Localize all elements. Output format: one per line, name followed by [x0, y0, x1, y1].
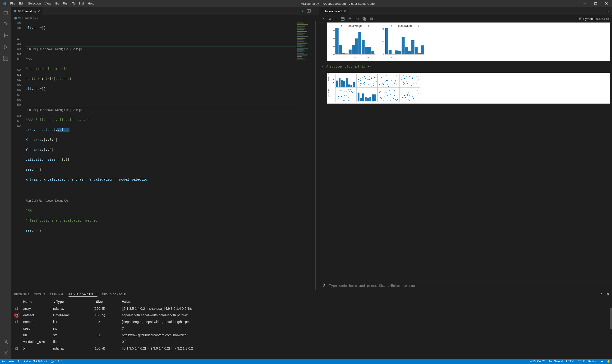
- code-input[interactable]: [329, 284, 609, 287]
- var-type: int: [53, 326, 86, 330]
- status-cursor[interactable]: Ln 53, Col 23: [527, 359, 547, 364]
- breadcrumb-more[interactable]: ...: [39, 16, 42, 20]
- activity-bar: [0, 7, 11, 359]
- svg-point-190: [355, 90, 355, 91]
- execute-icon[interactable]: [322, 283, 326, 288]
- activity-explorer-icon[interactable]: [0, 7, 11, 18]
- svg-point-128: [385, 81, 386, 82]
- col-header-name[interactable]: Name: [22, 300, 53, 304]
- table-row[interactable]: url str 68 https://raw.githubusercontent…: [11, 332, 612, 338]
- table-row[interactable]: X ndarray (150, 4) [[5.1 3.5 1.4 0.2] [4…: [11, 345, 612, 352]
- svg-point-199: [339, 93, 339, 94]
- svg-point-196: [347, 97, 348, 97]
- svg-text:sepal-length: sepal-length: [328, 73, 330, 81]
- more-actions-icon[interactable]: ···: [607, 10, 609, 13]
- col-header-type[interactable]: ▲Type: [53, 300, 86, 304]
- status-branch[interactable]: master: [0, 359, 16, 364]
- codelens-cell2[interactable]: Run Cell | Run Above | Debug Cell | Go t…: [26, 107, 296, 113]
- svg-point-206: [346, 91, 347, 91]
- maximize-button[interactable]: [590, 0, 601, 7]
- panel-scrollbar[interactable]: [610, 308, 612, 329]
- status-language[interactable]: Python: [587, 359, 599, 364]
- svg-rect-9: [6, 56, 8, 58]
- table-row[interactable]: dataset DataFrame (150, 5) sepal-length …: [11, 312, 612, 318]
- export-icon[interactable]: [355, 17, 359, 21]
- status-tabsize[interactable]: Tab Size: 4: [547, 359, 564, 364]
- svg-rect-177: [335, 88, 356, 102]
- menu-view[interactable]: View: [43, 0, 53, 7]
- kernel-selector[interactable]: Python 3.9.6 64-bit: [579, 17, 609, 21]
- popout-icon[interactable]: [14, 312, 19, 318]
- activity-search-icon[interactable]: [0, 18, 11, 30]
- collapse-icon[interactable]: [370, 17, 373, 21]
- svg-text:0: 0: [391, 56, 392, 59]
- svg-point-111: [368, 84, 369, 85]
- breadcrumbs[interactable]: ⬢ MLTutorial.py › ...: [11, 15, 319, 21]
- status-feedback-icon[interactable]: ☻: [599, 359, 605, 364]
- panel-tab-terminal[interactable]: TERMINAL: [50, 292, 64, 297]
- code-editor[interactable]: 45 46 47 48 49 50 51 52 53 54 55 56: [11, 21, 319, 290]
- activity-account-icon[interactable]: [0, 336, 11, 347]
- col-header-value[interactable]: Value: [112, 300, 612, 304]
- var-name: url: [22, 333, 53, 337]
- activity-extensions-icon[interactable]: [0, 52, 11, 64]
- table-row[interactable]: names list 5 ['sepal-length', 'sepal-wid…: [11, 318, 612, 325]
- panel-tab-debug-console[interactable]: DEBUG CONSOLE: [102, 292, 126, 297]
- status-encoding[interactable]: UTF-8: [565, 359, 576, 364]
- minimap[interactable]: [296, 21, 315, 290]
- svg-point-137: [395, 83, 395, 84]
- interrupt-icon[interactable]: □: [335, 17, 337, 21]
- col-header-size[interactable]: Size: [86, 300, 112, 304]
- panel-tab-problems[interactable]: PROBLEMS: [14, 292, 29, 297]
- status-notifications-icon[interactable]: 🔔: [605, 359, 612, 364]
- tab-close-icon[interactable]: ✕: [38, 10, 40, 13]
- menu-go[interactable]: Go: [53, 0, 61, 7]
- table-row[interactable]: seed int 7: [11, 325, 612, 332]
- table-row[interactable]: validation_size float 0.2: [11, 338, 612, 345]
- cell-gear-icon[interactable]: ✳: [322, 65, 324, 68]
- menu-help[interactable]: Help: [86, 0, 96, 7]
- close-button[interactable]: [601, 0, 612, 7]
- restart-icon[interactable]: ↺: [329, 17, 331, 21]
- expand-icon[interactable]: [362, 17, 366, 21]
- activity-run-debug-icon[interactable]: [0, 41, 11, 52]
- activity-settings-icon[interactable]: [0, 347, 11, 359]
- panel-tab-jupyter-variables[interactable]: JUPYTER: VARIABLES: [68, 292, 97, 297]
- menu-file[interactable]: File: [8, 0, 17, 7]
- split-editor-icon[interactable]: [307, 9, 311, 13]
- popout-icon[interactable]: [15, 307, 19, 311]
- table-row[interactable]: array ndarray (150, 5) [[5.1 3.5 1.4 0.2…: [11, 305, 612, 312]
- close-icon[interactable]: ✕: [322, 17, 325, 21]
- tab-interactive[interactable]: ≡ Interactive-1 ✕: [319, 7, 348, 15]
- activity-source-control-icon[interactable]: [0, 30, 11, 41]
- run-cell-icon[interactable]: ▷: [301, 9, 304, 13]
- variables-icon[interactable]: [341, 17, 345, 21]
- popout-icon[interactable]: [15, 347, 19, 350]
- overview-ruler[interactable]: [315, 21, 319, 290]
- codelens-cell3[interactable]: Run Cell | Run Above | Debug Cell: [26, 198, 296, 203]
- panel-tab-output[interactable]: OUTPUT: [34, 292, 45, 297]
- menu-terminal[interactable]: Terminal: [70, 0, 86, 7]
- save-icon[interactable]: [348, 17, 352, 21]
- svg-point-171: [416, 76, 417, 76]
- menu-run[interactable]: Run: [61, 0, 70, 7]
- status-eol[interactable]: CRLF: [576, 359, 587, 364]
- panel-close-icon[interactable]: ✕: [607, 293, 609, 296]
- var-size: 5: [86, 320, 112, 324]
- breadcrumb-file[interactable]: MLTutorial.py: [18, 16, 36, 20]
- status-problems[interactable]: ⓧ0 ⚠0: [49, 359, 64, 364]
- menu-selection[interactable]: Selection: [26, 0, 42, 7]
- var-type: float: [53, 340, 86, 344]
- minimize-button[interactable]: [579, 0, 590, 7]
- codelens-cell1[interactable]: Run Cell | Run Above | Debug Cell | Go t…: [26, 46, 296, 52]
- tab-mltutorial[interactable]: ⬢ MLTutorial.py ✕: [11, 7, 43, 15]
- popout-icon[interactable]: [15, 320, 19, 324]
- svg-point-93: [361, 78, 361, 79]
- panel-maximize-icon[interactable]: ⌃: [600, 293, 602, 296]
- status-sync[interactable]: ↻: [16, 359, 22, 364]
- status-interpreter[interactable]: Python 3.9.6 64-bit: [22, 359, 49, 364]
- code-content[interactable]: plt.show() Run Cell | Run Above | Debug …: [26, 21, 296, 290]
- more-actions-icon[interactable]: ···: [314, 9, 317, 13]
- menu-edit[interactable]: Edit: [17, 0, 26, 7]
- tab-close-icon[interactable]: ✕: [344, 10, 346, 13]
